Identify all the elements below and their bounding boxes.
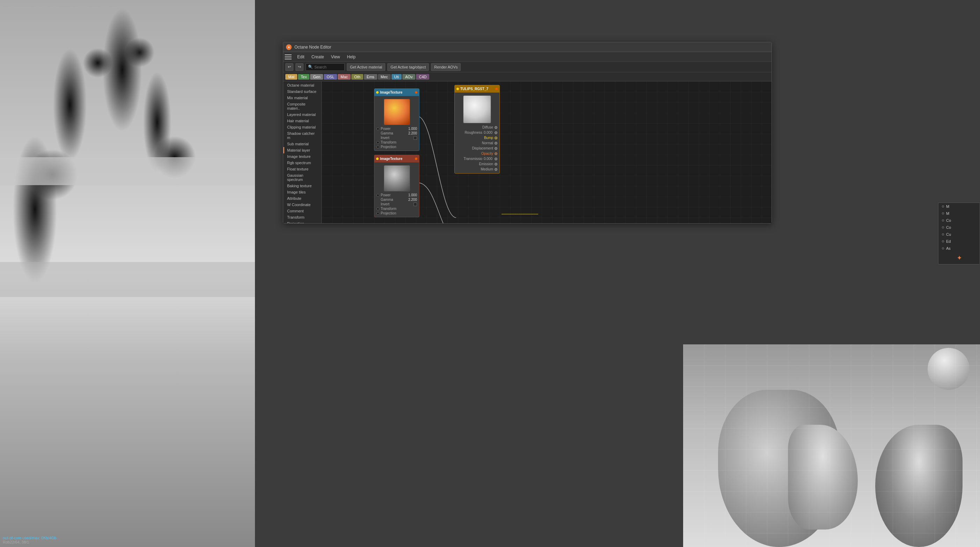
output-roughness-port[interactable] [495, 131, 497, 134]
viewport: eck:0ms./0ms. MeshGen:0ms. Update[M]:0ms… [0, 0, 255, 547]
context-label: M [946, 211, 949, 216]
node-list-item-shadow-catcher[interactable]: Shadow catcher m [283, 130, 321, 141]
node-2-power-port[interactable] [377, 194, 379, 197]
node-list-item-rgb-spectrum[interactable]: Rgb spectrum [283, 160, 321, 166]
node-list-item-baking-texture[interactable]: Baking texture [283, 183, 321, 189]
node-tulips[interactable]: TULIPS_RGST_7 Diffuse Roughness [454, 85, 500, 173]
node-output-emission: Emission [455, 161, 500, 167]
node-list-item-material-layer[interactable]: Material layer [283, 147, 321, 153]
node-1-title: ImageTexture [380, 91, 402, 94]
tab-mat[interactable]: Mat [285, 74, 297, 80]
context-dot [942, 240, 944, 242]
node-list-item-layered-material[interactable]: Layered material [283, 111, 321, 118]
menu-create[interactable]: Create [309, 54, 327, 60]
node-1-power-port[interactable] [377, 127, 379, 130]
tab-c4d[interactable]: C4D [416, 74, 429, 80]
wire-2 [418, 183, 456, 223]
hamburger-menu[interactable] [285, 54, 292, 59]
menu-view[interactable]: View [328, 54, 343, 60]
render-aovs-button[interactable]: Render AOVs [431, 63, 461, 71]
node-1-dot [376, 91, 379, 94]
node-list-item-gaussian-spectrum[interactable]: Gaussian spectrum [283, 172, 321, 183]
bottom-right-scene [683, 344, 980, 547]
search-icon: 🔍 [308, 65, 313, 69]
context-label: Co [946, 225, 951, 229]
node-image-texture-1[interactable]: ImageTexture Power 1.000 [374, 88, 420, 151]
node-editor-window: ● Octane Node Editor Edit Create View He… [283, 42, 772, 224]
node-list-item-attribute[interactable]: Attribute [283, 195, 321, 202]
node-image-texture-2[interactable]: ImageTexture Power 1.000 Gam [374, 155, 420, 217]
node-2-projection-field: Projection [374, 211, 419, 216]
output-bump-port[interactable] [495, 137, 497, 139]
output-displacement-port[interactable] [495, 147, 497, 150]
node-output-opacity: Opacity [455, 151, 500, 156]
menu-help[interactable]: Help [344, 54, 359, 60]
node-2-header: ImageTexture [374, 155, 420, 162]
node-2-transform-port[interactable] [377, 207, 379, 210]
node-1-projection-port[interactable] [377, 146, 379, 148]
context-label: Ed [946, 239, 951, 243]
node-list-item-clipping-material[interactable]: Clipping material [283, 124, 321, 130]
node-list-item-sub-material[interactable]: Sub material [283, 141, 321, 147]
node-list-item-composite-material[interactable]: Composite materi.. [283, 101, 321, 111]
search-box[interactable]: 🔍 [305, 63, 345, 71]
window-titlebar[interactable]: ● Octane Node Editor [283, 42, 772, 52]
output-diffuse-port[interactable] [495, 126, 497, 129]
menu-edit[interactable]: Edit [294, 54, 307, 60]
context-menu-item-co2[interactable]: Co [939, 224, 980, 231]
node-2-gamma-field: Gamma 2.200 [374, 197, 419, 202]
node-list-item-image-texture[interactable]: Image texture [283, 153, 321, 160]
tab-gen[interactable]: Gen [310, 74, 323, 80]
search-input[interactable] [314, 65, 342, 69]
node-list-item-transform[interactable]: Transform [283, 214, 321, 220]
node-list-item-w-coordinate[interactable]: W Coordinate [283, 202, 321, 208]
context-label: Co [946, 218, 951, 223]
node-list-item-float-texture[interactable]: Float texture [283, 166, 321, 172]
node-list-item-standard-surface[interactable]: Standard surface [283, 88, 321, 95]
context-menu-item-m2[interactable]: M [939, 210, 980, 217]
tab-mec[interactable]: Mec [378, 74, 391, 80]
output-medium-port[interactable] [495, 168, 497, 171]
node-output-normal: Normal [455, 140, 500, 146]
output-emission-port[interactable] [495, 163, 497, 165]
undo-button[interactable]: ↩ [285, 63, 293, 71]
node-list-item-image-tiles[interactable]: Image tiles [283, 189, 321, 195]
node-1-invert-checkbox[interactable] [414, 136, 417, 140]
node-canvas[interactable]: ImageTexture Power 1.000 [322, 81, 772, 223]
context-menu-item-ed[interactable]: Ed [939, 238, 980, 245]
tab-oth[interactable]: Oth [352, 74, 363, 80]
tab-osl[interactable]: OSL [324, 74, 337, 80]
output-normal-port[interactable] [495, 142, 497, 145]
tab-tex[interactable]: Tex [298, 74, 309, 80]
node-list-item-octane-material[interactable]: Octane material [283, 82, 321, 88]
node-tulips-close-dot [495, 87, 498, 90]
node-list-item-projection[interactable]: Projection [283, 220, 321, 223]
node-2-projection-port[interactable] [377, 212, 379, 215]
tab-aov[interactable]: AOv [402, 74, 415, 80]
context-menu-item-m1[interactable]: M [939, 203, 980, 210]
output-transmission-port[interactable] [495, 157, 497, 160]
node-1-transform-port[interactable] [377, 141, 379, 144]
node-list-item-hair-material[interactable]: Hair material [283, 118, 321, 124]
context-dot [942, 212, 944, 215]
tab-uti[interactable]: Uti [391, 74, 402, 80]
node-list-item-mix-material[interactable]: Mix material [283, 95, 321, 101]
node-2-gamma-label: Gamma [381, 198, 403, 202]
get-active-material-button[interactable]: Get Active material [347, 63, 385, 71]
get-active-tag-button[interactable]: Get Active tag/object [387, 63, 429, 71]
node-list-item-comment[interactable]: Comment [283, 208, 321, 214]
redo-button[interactable]: ↪ [296, 63, 304, 71]
output-opacity-port[interactable] [495, 152, 497, 155]
node-output-diffuse: Diffuse [455, 125, 500, 130]
context-menu-item-as[interactable]: As [939, 245, 980, 252]
window-icon: ● [286, 45, 292, 50]
tab-mac[interactable]: Mac [338, 74, 351, 80]
viewport-status-bottom: out-of-core used/max: 0Kb/4Gb Rob22/64, … [3, 536, 56, 544]
node-2-power-label: Power [381, 193, 403, 197]
node-2-invert-checkbox[interactable] [414, 203, 417, 206]
tab-ems[interactable]: Ems [364, 74, 377, 80]
context-menu-item-co1[interactable]: Co [939, 217, 980, 224]
node-2-power-value: 1.000 [405, 193, 417, 197]
context-menu-item-cu[interactable]: Cu [939, 231, 980, 238]
node-1-power-label: Power [381, 127, 403, 130]
